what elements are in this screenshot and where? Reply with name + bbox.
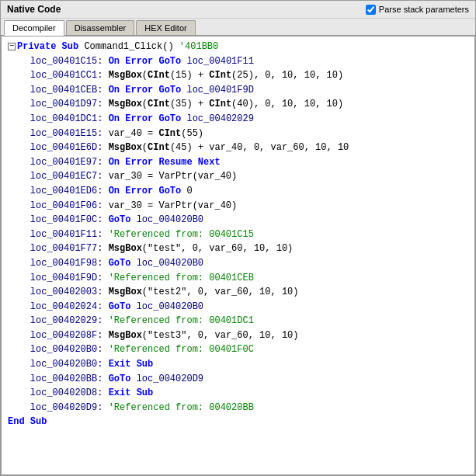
code-line: loc_00401ED6: On Error GoTo 0 [2,184,474,199]
title-bar: Native Code Parse stack parameters [1,1,475,19]
code-line: loc_00401E6D: MsgBox(CInt(45) + var_40, … [2,141,474,155]
code-line: loc_00401F9D: 'Referenced from: 00401CEB [2,271,474,286]
code-line: loc_00401F11: 'Referenced from: 00401C15 [2,228,474,242]
code-line: loc_004020D8: Exit Sub [2,386,474,401]
tab-disassembler[interactable]: Disassembler [66,20,135,35]
code-line: loc_00401DC1: On Error GoTo loc_00402029 [2,112,474,127]
code-line: loc_004020BB: GoTo loc_004020D9 [2,372,474,387]
code-line: loc_00401CEB: On Error GoTo loc_00401F9D [2,83,474,98]
parse-stack-label: Parse stack parameters [379,5,469,14]
code-line: loc_00401EC7: var_30 = VarPtr(var_40) [2,169,474,184]
tab-bar: Decompiler Disassembler HEX Editor [1,19,475,36]
code-line: loc_00401F77: MsgBox("test", 0, var_60, … [2,241,474,256]
code-line: loc_00401E15: var_40 = CInt(55) [2,127,474,141]
code-line: loc_00401F06: var_30 = VarPtr(var_40) [2,199,474,214]
code-line: loc_00401C15: On Error GoTo loc_00401F11 [2,54,474,69]
code-line: loc_00401F0C: GoTo loc_004020B0 [2,213,474,228]
code-line: End Sub [2,415,474,429]
code-line: loc_00401CC1: MsgBox(CInt(15) + CInt(25)… [2,68,474,83]
code-line: loc_004020D9: 'Referenced from: 004020BB [2,401,474,415]
code-line: loc_00402003: MsgBox("test2", 0, var_60,… [2,285,474,300]
code-line: loc_0040208F: MsgBox("test3", 0, var_60,… [2,328,474,343]
code-line: loc_004020B0: 'Referenced from: 00401F0C [2,342,474,357]
collapse-icon[interactable]: − [8,43,16,50]
code-line: loc_004020B0: Exit Sub [2,357,474,372]
main-window: Native Code Parse stack parameters Decom… [0,0,476,476]
parse-stack-container: Parse stack parameters [366,5,469,15]
code-line: loc_00402024: GoTo loc_004020B0 [2,300,474,314]
code-line: −Private Sub Command1_Click() '401BB0 [2,40,474,54]
tab-decompiler[interactable]: Decompiler [4,20,64,36]
parse-stack-checkbox[interactable] [366,5,376,15]
window-title: Native Code [7,4,61,15]
code-line: loc_00402029: 'Referenced from: 00401DC1 [2,314,474,328]
tab-hex-editor[interactable]: HEX Editor [136,20,195,35]
code-line: loc_00401E97: On Error Resume Next [2,155,474,170]
code-area[interactable]: −Private Sub Command1_Click() '401BB0 lo… [1,36,475,475]
code-line: loc_00401F98: GoTo loc_004020B0 [2,256,474,271]
code-line: loc_00401D97: MsgBox(CInt(35) + CInt(40)… [2,97,474,112]
